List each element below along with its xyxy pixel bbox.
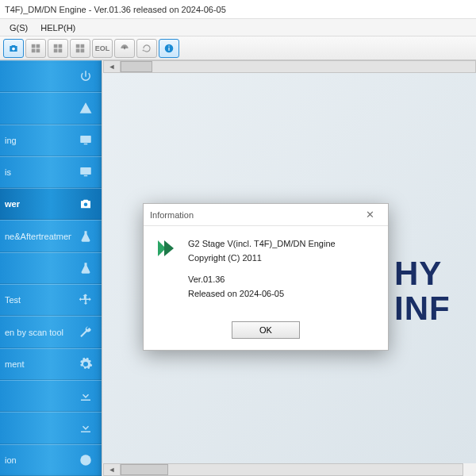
top-scrollbar[interactable]: ◄	[120, 60, 476, 73]
app-logo-icon	[155, 237, 177, 259]
svg-rect-18	[84, 143, 88, 144]
toolbar-gauge-button[interactable]	[114, 39, 135, 58]
sidebar-item-10[interactable]	[0, 380, 102, 412]
brand-line-1: HY	[394, 256, 451, 291]
svg-rect-8	[59, 48, 63, 52]
dialog-titlebar[interactable]: Information ✕	[144, 204, 388, 226]
brand-text: HY INF	[394, 256, 451, 326]
svg-rect-2	[36, 44, 40, 48]
svg-rect-6	[59, 44, 63, 48]
svg-rect-17	[80, 136, 91, 143]
svg-rect-10	[81, 44, 85, 48]
svg-rect-13	[124, 46, 125, 49]
wrench-icon	[78, 324, 94, 340]
eol-label: EOL	[95, 44, 110, 52]
toolbar-grid1-button[interactable]	[25, 39, 46, 58]
monitor-icon	[78, 132, 94, 148]
svg-rect-20	[84, 175, 88, 177]
brand-line-2: INF	[394, 291, 451, 326]
flask-icon	[78, 228, 94, 244]
toolbar-info-button[interactable]	[159, 39, 179, 58]
scroll-thumb[interactable]	[121, 464, 168, 475]
ok-button[interactable]: OK	[232, 321, 300, 339]
bottom-scrollbar[interactable]: ◄	[120, 463, 463, 476]
menu-item-gs[interactable]: G(S)	[3, 23, 34, 33]
window-titlebar: T4F)_DM/DN Engine - Ver.01.36 released o…	[0, 0, 476, 19]
menubar: G(S) HELP(H)	[0, 19, 476, 36]
download-icon	[78, 388, 94, 404]
scroll-left-arrow-icon[interactable]: ◄	[103, 463, 121, 476]
svg-rect-5	[54, 44, 58, 48]
svg-rect-9	[76, 44, 80, 48]
eol-icon	[78, 452, 94, 468]
svg-rect-15	[168, 47, 169, 50]
svg-marker-28	[164, 240, 174, 256]
camera-icon	[8, 43, 19, 54]
toolbar-cycle-button[interactable]	[136, 39, 157, 58]
toolbar-grid2-button[interactable]	[48, 39, 68, 58]
sidebar-item-3[interactable]: is	[0, 156, 102, 188]
cycle-icon	[141, 43, 152, 54]
grid-icon	[75, 43, 86, 54]
grid-icon	[52, 43, 63, 54]
flask-icon	[78, 260, 94, 276]
svg-rect-7	[54, 48, 58, 52]
dialog-released: Released on 2024-06-05	[188, 287, 336, 301]
grid-icon	[30, 43, 41, 54]
sidebar-item-11[interactable]	[0, 412, 102, 443]
toolbar-eol-button[interactable]: EOL	[92, 39, 113, 58]
toolbar-camera-button[interactable]	[3, 39, 24, 58]
sidebar-item-label: ment	[0, 359, 71, 369]
power-icon	[78, 68, 94, 84]
svg-point-22	[80, 455, 91, 466]
sidebar-item-label: is	[0, 167, 71, 177]
svg-rect-4	[36, 48, 40, 52]
svg-rect-11	[76, 48, 80, 52]
sidebar-item-label: ing	[0, 136, 71, 145]
scroll-thumb[interactable]	[121, 61, 152, 72]
svg-rect-3	[32, 48, 36, 52]
gauge-icon	[119, 43, 130, 54]
camera-icon	[78, 196, 94, 212]
toolbar-grid3-button[interactable]	[70, 39, 90, 58]
dialog-body-text: G2 Stage V(incl. T4F)_DM/DN Engine Copyr…	[188, 237, 336, 309]
sidebar-item-9[interactable]: ment	[0, 348, 102, 380]
dialog-close-button[interactable]: ✕	[358, 207, 382, 223]
sidebar-item-label: Test	[0, 295, 71, 305]
monitor-icon	[78, 164, 94, 180]
dialog-copyright: Copyright (C) 2011	[188, 251, 336, 266]
dialog-title: Information	[150, 210, 194, 220]
scroll-left-arrow-icon[interactable]: ◄	[103, 60, 121, 73]
sidebar-item-12[interactable]: ion	[0, 444, 102, 476]
sidebar-item-5[interactable]: ne&Aftertreatment	[0, 220, 102, 251]
svg-point-21	[84, 203, 88, 207]
sidebar-item-label: ne&Aftertreatment	[0, 232, 71, 241]
svg-rect-1	[32, 44, 36, 48]
download-icon	[78, 420, 94, 436]
sidebar-item-1[interactable]	[0, 92, 102, 124]
dialog-product: G2 Stage V(incl. T4F)_DM/DN Engine	[188, 237, 336, 251]
info-icon	[163, 43, 175, 54]
svg-rect-19	[80, 167, 91, 175]
move-icon	[78, 292, 94, 308]
menu-item-help[interactable]: HELP(H)	[34, 23, 82, 33]
sidebar-item-label: en by scan tool	[0, 328, 71, 337]
close-icon: ✕	[366, 209, 374, 221]
sidebar-item-6[interactable]	[0, 252, 102, 284]
sidebar-item-4[interactable]: wer	[0, 188, 102, 220]
warning-icon	[78, 100, 94, 116]
dialog-version: Ver.01.36	[188, 273, 336, 287]
toolbar: EOL	[0, 36, 476, 60]
sidebar-item-8[interactable]: en by scan tool	[0, 316, 102, 347]
svg-point-0	[12, 47, 15, 50]
gear-icon	[78, 356, 94, 372]
information-dialog: Information ✕ G2 Stage V(incl. T4F)_DM/D…	[143, 203, 389, 351]
svg-rect-16	[168, 45, 169, 46]
sidebar-item-2[interactable]: ing	[0, 125, 102, 156]
sidebar-item-7[interactable]: Test	[0, 284, 102, 316]
window-title: T4F)_DM/DN Engine - Ver.01.36 released o…	[5, 5, 226, 14]
sidebar-item-label: ion	[0, 455, 71, 465]
svg-rect-12	[81, 48, 85, 52]
sidebar-item-label: wer	[0, 199, 71, 209]
sidebar-item-0[interactable]	[0, 60, 102, 92]
